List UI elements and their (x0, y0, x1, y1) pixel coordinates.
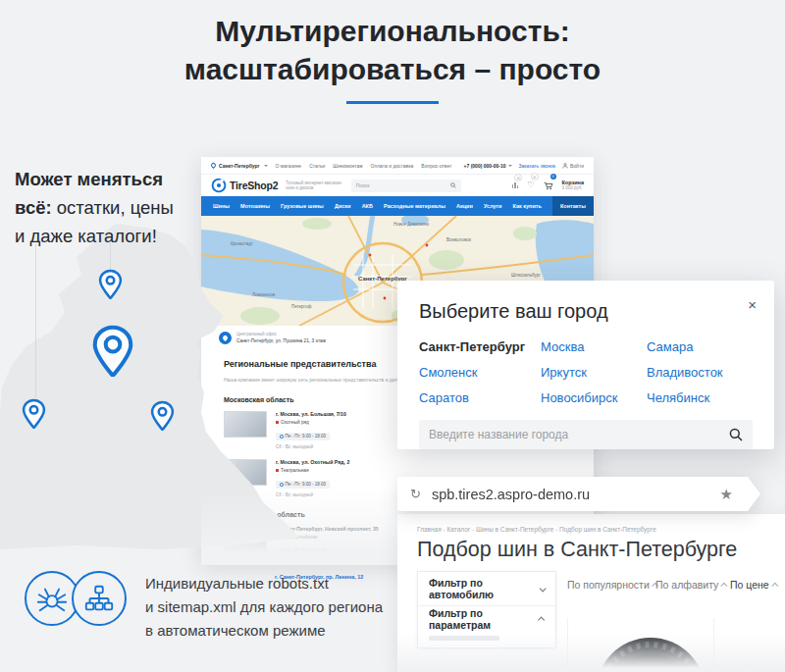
city-search (419, 420, 753, 449)
topbar-city-selector[interactable]: Санкт-Петербург (219, 163, 260, 169)
location-pin-icon-large (91, 325, 134, 381)
chevron-down-icon (508, 165, 512, 167)
page-title-line2: масштабироваться – просто (0, 50, 785, 88)
pin-connector-line (35, 243, 36, 398)
search-icon (450, 182, 456, 188)
sort-by-popularity[interactable]: По популярности (567, 579, 658, 591)
cart-icon (544, 181, 553, 190)
city-link-samara[interactable]: Самара (647, 339, 753, 354)
sort-by-price[interactable]: По цене (730, 579, 778, 591)
search-icon[interactable] (729, 428, 743, 441)
chevron-down-icon (540, 585, 547, 592)
tire-product-image[interactable] (594, 622, 702, 672)
topbar-link-faq[interactable]: Вопрос-ответ (421, 163, 451, 169)
site-tagline: Топовый интернет-магазин шин и дисков (286, 181, 340, 191)
compare-button[interactable]: 0 (512, 182, 522, 188)
topbar-phone[interactable]: +7 (000) 000-00-10 (464, 163, 506, 169)
city-link-vladivostok[interactable]: Владивосток (647, 365, 753, 380)
nav-item-disks[interactable]: Диски (335, 203, 351, 209)
site-search-input[interactable]: Поиск (351, 180, 461, 192)
city-search-input[interactable] (429, 428, 729, 441)
user-icon (562, 163, 568, 169)
page-title: Мультирегиональность: масштабироваться –… (0, 12, 785, 88)
accent-divider (346, 101, 439, 104)
close-icon[interactable]: × (748, 296, 757, 313)
city-link-moscow[interactable]: Москва (541, 339, 647, 354)
breadcrumb: Главная Каталог Шины в Санкт-Петербурге … (417, 526, 656, 533)
city-link-irkutsk[interactable]: Иркутск (541, 365, 647, 380)
tireshop-logo-icon (211, 178, 227, 193)
breadcrumb-current: Подбор шин в Санкт-Петербурге (559, 526, 656, 533)
geo-pin-icon (210, 162, 217, 169)
city-link-saratov[interactable]: Саратов (419, 390, 541, 405)
browser-address-bar: ↻ spb.tires2.aspro-demo.ru ★ (397, 477, 760, 511)
sort-by-alphabet[interactable]: По алфавиту (655, 579, 727, 591)
breadcrumb-catalog[interactable]: Каталог (447, 526, 476, 533)
site-topbar: Санкт-Петербург О магазине Статьи Шиномо… (201, 157, 594, 175)
catalog-title: Подбор шин в Санкт-Петербурге (417, 538, 737, 562)
svg-text:Шлиссельбург: Шлиссельбург (511, 273, 541, 278)
filter-by-car-button[interactable]: Фильтр по автомобилю (418, 572, 555, 605)
topbar-link-delivery[interactable]: Оплата и доставка (371, 163, 414, 169)
location-pin-icon (22, 398, 46, 433)
chevron-up-icon (538, 616, 545, 623)
wishlist-button[interactable]: ♡ 0 (527, 181, 537, 189)
site-header: TireShop2 Топовый интернет-магазин шин и… (201, 175, 594, 196)
site-main-nav: Шины Мотошины Грузовые шины Диски АКБ Ра… (201, 196, 594, 216)
login-link[interactable]: Войти (562, 163, 584, 169)
side-note-line2: остатки, цены (52, 197, 174, 218)
chevron-up-icon (721, 582, 728, 589)
breadcrumb-home[interactable]: Главная (417, 526, 447, 533)
compare-icon (512, 182, 519, 188)
side-note-line1: Может меняться (15, 169, 163, 189)
topbar-link-articles[interactable]: Статьи (309, 163, 325, 169)
cart-total: 3 000 руб. (562, 185, 585, 191)
nav-item-howto[interactable]: Как купить (512, 203, 541, 209)
chevron-down-icon (264, 165, 268, 167)
svg-text:Новое Девяткино: Новое Девяткино (393, 222, 430, 227)
site-logo-text[interactable]: TireShop2 (230, 180, 278, 191)
side-note-line3: и даже каталоги! (15, 222, 174, 250)
filter-by-params-button[interactable]: Фильтр по параметрам (418, 605, 555, 632)
filter-faded-option (418, 632, 555, 647)
cart-count-badge: 0 (550, 174, 556, 180)
modal-title: Выберите ваш город (419, 300, 753, 323)
side-note-line2-bold: всё: (15, 197, 52, 218)
nav-item-materials[interactable]: Расходные материалы (384, 203, 445, 209)
topbar-link-about[interactable]: О магазине (276, 163, 302, 169)
product-grid-divider (713, 618, 714, 672)
city-list: Санкт-Петербург Москва Самара Смоленск И… (419, 339, 753, 405)
nav-item-contacts[interactable]: Контакты (552, 196, 594, 216)
reload-icon[interactable]: ↻ (410, 487, 421, 501)
feature-description: Индивидуальные robots.txt и sitemap.xml … (145, 572, 383, 643)
city-select-modal: Выберите ваш город × Санкт-Петербург Мос… (397, 281, 774, 449)
svg-text:Всеволожск: Всеволожск (446, 237, 471, 242)
topbar-link-service[interactable]: Шиномонтаж (333, 163, 362, 169)
url-text[interactable]: spb.tires2.aspro-demo.ru (432, 487, 720, 502)
breadcrumb-tires[interactable]: Шины в Санкт-Петербурге (476, 526, 559, 533)
product-grid-divider (567, 618, 568, 672)
nav-item-akb[interactable]: АКБ (362, 203, 373, 209)
wishlist-count-badge: 0 (532, 174, 538, 180)
side-note: Может меняться всё: остатки, цены и даже… (15, 165, 174, 250)
nav-item-truck[interactable]: Грузовые шины (281, 203, 324, 209)
nav-item-tires[interactable]: Шины (213, 203, 230, 209)
filter-box: Фильтр по автомобилю Фильтр по параметра… (417, 571, 556, 648)
sitemap-icon (72, 571, 127, 626)
bookmark-star-icon[interactable]: ★ (720, 486, 733, 503)
chevron-up-icon (771, 582, 778, 589)
heart-icon: ♡ (527, 181, 534, 189)
nav-item-promo[interactable]: Акции (456, 203, 473, 209)
city-link-chelyabinsk[interactable]: Челябинск (647, 390, 753, 405)
location-pin-icon (150, 400, 175, 435)
cart-summary[interactable]: Корзина 3 000 руб. (562, 180, 585, 191)
city-link-smolensk[interactable]: Смоленск (419, 365, 541, 380)
city-link-novosibirsk[interactable]: Новосибирск (541, 390, 647, 405)
city-link-spb[interactable]: Санкт-Петербург (419, 339, 541, 354)
catalog-panel: Главная Каталог Шины в Санкт-Петербурге … (397, 514, 785, 672)
page-title-line1: Мультирегиональность: (0, 12, 785, 50)
nav-item-services[interactable]: Услуги (484, 203, 501, 209)
callback-link[interactable]: Заказать звонок (519, 163, 555, 169)
nav-item-moto[interactable]: Мотошины (240, 203, 270, 209)
cart-button[interactable]: 0 (544, 181, 556, 190)
